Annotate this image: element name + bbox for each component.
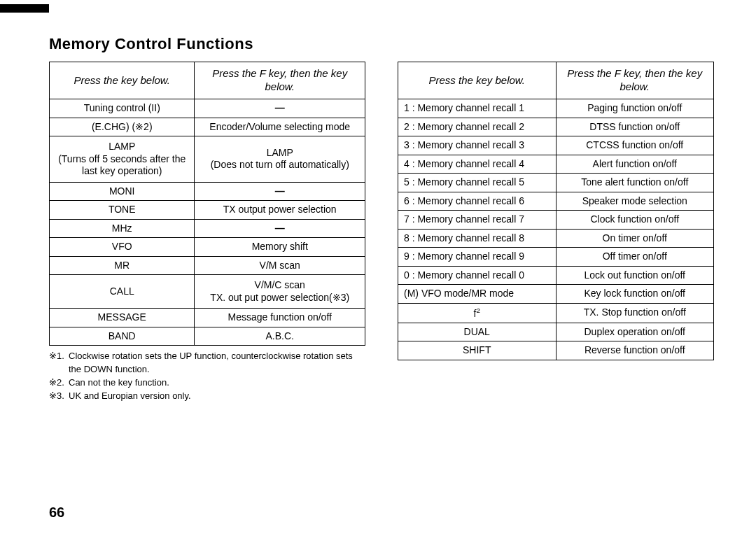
fkey-cell: CTCSS function on/off [556,136,714,155]
table-row: MONI— [50,182,365,201]
page-title: Memory Control Functions [49,35,714,53]
footnote: ※1.Clockwise rotation sets the UP functi… [49,350,365,376]
footnote-symbol: ※3. [49,390,69,403]
table-row: 5 : Memory channel recall 5Tone alert fu… [398,174,714,192]
key-cell: SHIFT [398,341,556,360]
fkey-cell: LAMP(Does not turn off automatically) [195,136,365,183]
fkey-cell: Off timer on/off [556,248,714,267]
table-header-row: Press the key below. Press the F key, th… [50,62,365,99]
key-cell: MESSAGE [50,309,195,327]
fkey-cell: Speaker mode selection [556,192,714,211]
fkey-cell: Paging function on/off [556,99,714,118]
fkey-cell: — [195,182,365,201]
key-cell: 2 : Memory channel recall 2 [398,118,556,136]
fkey-cell: — [195,219,365,238]
header-press-f-key: Press the F key, then the key below. [556,62,714,99]
table-row: 0 : Memory channel recall 0Lock out func… [398,266,714,285]
right-column: Press the key below. Press the F key, th… [398,62,714,360]
footnote: ※2.Can not the key function. [49,376,365,390]
fkey-cell: Clock function on/off [556,211,714,230]
footnote: ※3.UK and Europian version only. [49,390,365,403]
table-row: 3 : Memory channel recall 3CTCSS functio… [398,136,714,155]
fkey-cell: DTSS function on/off [556,118,714,136]
key-cell: CALL [50,275,195,309]
table-row: 9 : Memory channel recall 9Off timer on/… [398,248,714,267]
key-cell: VFO [50,238,195,257]
functions-table-left: Press the key below. Press the F key, th… [49,62,365,346]
footnote-symbol: ※2. [49,376,69,390]
fkey-cell: On timer on/off [556,229,714,248]
fkey-cell: TX output power selection [195,201,365,220]
key-cell: LAMP(Turns off 5 seconds after the last … [50,136,195,183]
content-columns: Press the key below. Press the F key, th… [49,62,714,402]
fkey-cell: Message function on/off [195,309,365,327]
fkey-cell: Tone alert function on/off [556,174,714,192]
fkey-cell: Alert function on/off [556,155,714,174]
table-row: (E.CHG) (※2)Encoder/Volume selecting mod… [50,118,365,136]
header-press-key: Press the key below. [50,62,195,99]
table-row: f2TX. Stop function on/off [398,303,714,323]
key-cell: 5 : Memory channel recall 5 [398,174,556,192]
table-row: TONETX output power selection [50,201,365,220]
footnote-text: UK and Europian version only. [69,390,191,403]
key-cell: 3 : Memory channel recall 3 [398,136,556,155]
fkey-cell: V/M scan [195,256,365,275]
fkey-cell: — [195,99,365,118]
key-cell: f2 [398,303,556,323]
table-header-row: Press the key below. Press the F key, th… [398,62,714,99]
key-cell: BAND [50,327,195,346]
left-column: Press the key below. Press the F key, th… [49,62,365,402]
table-row: 7 : Memory channel recall 7Clock functio… [398,211,714,230]
table-row: 6 : Memory channel recall 6Speaker mode … [398,192,714,211]
table-row: BANDA.B.C. [50,327,365,346]
fkey-cell: V/M/C scanTX. out put power selection(※3… [195,275,365,309]
table-row: VFOMemory shift [50,238,365,257]
table-row: DUALDuplex operation on/off [398,323,714,341]
table-row: SHIFTReverse function on/off [398,341,714,360]
key-cell: TONE [50,201,195,220]
fkey-cell: Encoder/Volume selecting mode [195,118,365,136]
key-cell: 7 : Memory channel recall 7 [398,211,556,230]
key-cell: 8 : Memory channel recall 8 [398,229,556,248]
page-number: 66 [49,505,64,521]
manual-page: Memory Control Functions Press the key b… [0,0,756,536]
key-cell: 6 : Memory channel recall 6 [398,192,556,211]
key-cell: 0 : Memory channel recall 0 [398,266,556,285]
key-cell: 1 : Memory channel recall 1 [398,99,556,118]
table-row: 8 : Memory channel recall 8On timer on/o… [398,229,714,248]
footnote-text: Can not the key function. [69,376,169,390]
table-row: 1 : Memory channel recall 1Paging functi… [398,99,714,118]
key-cell: Tuning control (II) [50,99,195,118]
fkey-cell: TX. Stop function on/off [556,303,714,323]
table-row: 4 : Memory channel recall 4Alert functio… [398,155,714,174]
header-press-key: Press the key below. [398,62,556,99]
key-cell: 9 : Memory channel recall 9 [398,248,556,267]
fkey-cell: Duplex operation on/off [556,323,714,341]
table-row: 2 : Memory channel recall 2DTSS function… [398,118,714,136]
key-cell: (M) VFO mode/MR mode [398,285,556,304]
table-row: Tuning control (II)— [50,99,365,118]
fkey-cell: Key lock function on/off [556,285,714,304]
fkey-cell: Reverse function on/off [556,341,714,360]
footnote-text: Clockwise rotation sets the UP function,… [69,350,365,376]
table-row: CALLV/M/C scanTX. out put power selectio… [50,275,365,309]
key-cell: MHz [50,219,195,238]
table-row: (M) VFO mode/MR modeKey lock function on… [398,285,714,304]
table-row: LAMP(Turns off 5 seconds after the last … [50,136,365,183]
table-row: MHz— [50,219,365,238]
key-cell: MR [50,256,195,275]
key-cell: MONI [50,182,195,201]
footnote-symbol: ※1. [49,350,69,376]
scan-artifact [0,4,49,13]
header-press-f-key: Press the F key, then the key below. [195,62,365,99]
key-cell: (E.CHG) (※2) [50,118,195,136]
fkey-cell: A.B.C. [195,327,365,346]
key-cell: 4 : Memory channel recall 4 [398,155,556,174]
key-cell: DUAL [398,323,556,341]
fkey-cell: Memory shift [195,238,365,257]
table-row: MESSAGEMessage function on/off [50,309,365,327]
table-row: MRV/M scan [50,256,365,275]
functions-table-right: Press the key below. Press the F key, th… [398,62,714,360]
fkey-cell: Lock out function on/off [556,266,714,285]
footnotes: ※1.Clockwise rotation sets the UP functi… [49,350,365,402]
